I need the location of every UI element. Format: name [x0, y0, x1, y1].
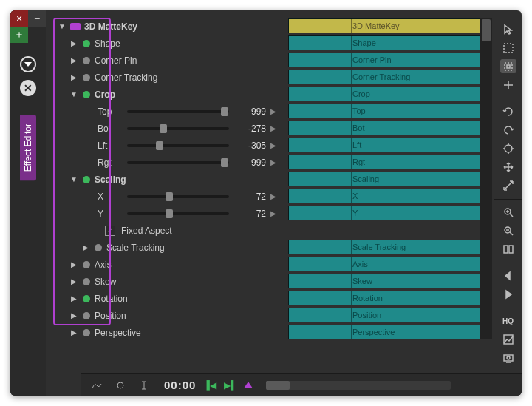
corner-tracking-row[interactable]: ▶ Corner Tracking [53, 69, 276, 86]
track-block[interactable]: Crop [288, 87, 488, 101]
track-block[interactable]: Scaling [288, 172, 488, 186]
keyframe-dot-icon[interactable] [83, 329, 90, 336]
track-block[interactable]: Corner Pin [288, 53, 488, 67]
chevron-right-icon[interactable]: ▶ [270, 158, 276, 166]
prev-keyframe-button[interactable]: ▐◀ [203, 380, 216, 390]
position-row[interactable]: ▶ Position [53, 307, 276, 324]
crosshair-tool-icon[interactable] [500, 78, 516, 92]
window-add-tab-button[interactable]: ＋ [10, 27, 28, 43]
track-block[interactable]: Shape [288, 35, 488, 50]
track-block[interactable]: X [288, 189, 488, 203]
chevron-down-icon[interactable]: ▼ [58, 22, 66, 30]
scrollbar-thumb[interactable] [482, 19, 491, 41]
track-block[interactable]: Top [288, 104, 488, 118]
loop-mode-icon[interactable] [112, 377, 129, 393]
chevron-right-icon[interactable]: ▶ [270, 192, 276, 200]
crop-row[interactable]: ▼ Crop [53, 86, 276, 103]
window-close-button[interactable]: × [10, 10, 28, 27]
track-block[interactable]: Skew [288, 274, 488, 288]
zoom-in-tool-icon[interactable] [500, 206, 516, 220]
effect-toggle-icon[interactable] [20, 56, 36, 72]
chevron-right-icon[interactable]: ▶ [69, 39, 78, 47]
crop-rgt-slider[interactable] [127, 161, 230, 164]
track-block[interactable]: Bot [288, 121, 488, 135]
back-tool-icon[interactable] [500, 269, 516, 283]
crop-bot-slider[interactable] [127, 127, 230, 130]
shape-row[interactable]: ▶ Shape [53, 35, 276, 52]
crop-top-slider[interactable] [127, 110, 230, 113]
play-tool-icon[interactable] [500, 288, 516, 302]
chevron-right-icon[interactable]: ▶ [270, 107, 276, 115]
keyframe-dot-icon[interactable] [83, 312, 90, 319]
keyframe-dot-icon[interactable] [83, 57, 90, 64]
hq-toggle-button[interactable]: HQ [500, 314, 516, 328]
track-block[interactable]: Lft [288, 138, 488, 152]
crop-lft-slider[interactable] [127, 144, 230, 147]
chevron-right-icon[interactable]: ▶ [270, 209, 276, 217]
vertical-scrollbar[interactable] [480, 18, 492, 339]
track-block[interactable]: Rgt [288, 155, 488, 169]
chevron-right-icon[interactable]: ▶ [69, 311, 78, 319]
corner-pin-row[interactable]: ▶ Corner Pin [53, 52, 276, 69]
track-block[interactable]: Y [288, 206, 488, 220]
keyframe-dot-icon[interactable] [83, 40, 90, 47]
slider-thumb[interactable] [166, 192, 173, 201]
chevron-right-icon[interactable]: ▶ [69, 294, 78, 302]
chevron-right-icon[interactable]: ▶ [270, 141, 276, 149]
keyframe-dot-icon[interactable] [83, 176, 90, 183]
zoom-out-tool-icon[interactable] [500, 224, 516, 238]
skew-row[interactable]: ▶ Skew [53, 273, 276, 290]
slider-thumb[interactable] [160, 124, 167, 133]
window-minimize-button[interactable]: − [28, 10, 46, 27]
crop-region-tool-icon[interactable] [500, 59, 516, 73]
render-tool-icon[interactable] [500, 351, 516, 365]
keyframe-dot-icon[interactable] [83, 91, 90, 98]
effect-title-row[interactable]: ▼ 3D MatteKey [53, 18, 276, 35]
spline-mode-icon[interactable] [89, 377, 105, 393]
track-block[interactable]: Scale Tracking [288, 240, 488, 254]
keyframe-dot-icon[interactable] [83, 261, 90, 268]
keyframe-dot-icon[interactable] [83, 278, 90, 285]
chevron-right-icon[interactable]: ▶ [81, 243, 90, 251]
timeline-zoom-slider[interactable] [266, 381, 451, 390]
slider-thumb[interactable] [221, 107, 228, 116]
chevron-right-icon[interactable]: ▶ [69, 56, 78, 64]
track-block[interactable]: Position [288, 308, 488, 322]
scaling-row[interactable]: ▼ Scaling [53, 171, 276, 188]
chevron-right-icon[interactable]: ▶ [270, 124, 276, 132]
chevron-right-icon[interactable]: ▶ [69, 328, 78, 336]
move-tool-icon[interactable] [500, 160, 516, 175]
scale-tool-icon[interactable] [500, 141, 516, 155]
scaling-y-slider[interactable] [127, 212, 230, 215]
slider-thumb[interactable] [221, 158, 228, 167]
split-view-tool-icon[interactable] [500, 243, 516, 257]
add-keyframe-button[interactable] [244, 382, 253, 388]
direct-select-tool-icon[interactable] [500, 22, 516, 36]
perspective-row[interactable]: ▶ Perspective [53, 324, 276, 341]
scale-tracking-row[interactable]: ▶ Scale Tracking [53, 239, 276, 256]
track-block[interactable]: Rotation [288, 291, 488, 305]
rotate-tool-icon[interactable] [500, 104, 516, 118]
track-header-block[interactable]: 3D MatteKey [288, 18, 488, 33]
chart-tool-icon[interactable] [500, 333, 516, 347]
rotation-row[interactable]: ▶ Rotation [53, 290, 276, 307]
slider-thumb[interactable] [266, 381, 290, 390]
scaling-x-slider[interactable] [127, 195, 230, 198]
chevron-right-icon[interactable]: ▶ [69, 277, 78, 285]
slider-thumb[interactable] [166, 209, 173, 218]
chevron-right-icon[interactable]: ▶ [69, 73, 78, 81]
slider-thumb[interactable] [156, 141, 163, 150]
chevron-down-icon[interactable]: ▼ [69, 90, 78, 98]
marquee-tool-icon[interactable] [500, 41, 516, 55]
effect-editor-tab[interactable]: Effect Editor [20, 115, 36, 180]
keyframe-dot-icon[interactable] [83, 74, 90, 81]
next-keyframe-button[interactable]: ▶▌ [224, 380, 237, 390]
chevron-down-icon[interactable]: ▼ [69, 175, 78, 183]
track-block[interactable]: Axis [288, 257, 488, 271]
keyframe-cursor-icon[interactable] [136, 377, 152, 393]
chevron-right-icon[interactable]: ▶ [69, 260, 78, 268]
track-block[interactable]: Perspective [288, 325, 488, 339]
effect-remove-button[interactable]: ✕ [20, 80, 36, 96]
axis-row[interactable]: ▶ Axis [53, 256, 276, 273]
resize-tool-icon[interactable] [500, 179, 516, 193]
